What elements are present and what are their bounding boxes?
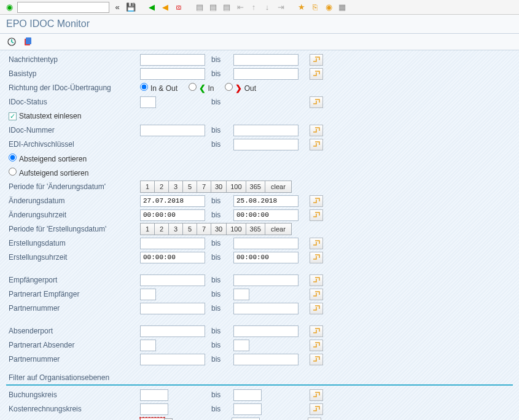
nachrichtentyp-from[interactable]	[140, 54, 205, 66]
idoc-status-multi[interactable]	[310, 96, 323, 108]
command-field[interactable]	[17, 2, 109, 13]
erstellungsuhrzeit-multi[interactable]	[310, 252, 323, 263]
erstellungsuhrzeit-from[interactable]	[140, 252, 205, 263]
radio-absteigend[interactable]: Absteigend sortieren	[6, 154, 87, 163]
aenderungsuhrzeit-from[interactable]	[140, 209, 205, 221]
werk-f4-icon[interactable]: ⌕	[164, 418, 173, 421]
back2-icon[interactable]: ◀	[146, 2, 157, 13]
kostenrechnungskreis-from[interactable]	[140, 403, 168, 415]
period-btn-1[interactable]: 1	[140, 181, 155, 193]
period-btn-30[interactable]: 30	[211, 181, 227, 193]
empfaengerport-multi[interactable]	[310, 274, 323, 286]
period-btn-7[interactable]: 7	[197, 181, 211, 193]
prevpage-icon[interactable]: ↑	[248, 2, 259, 13]
favorite-icon[interactable]: ★	[296, 2, 307, 13]
idoc-nummer-multi[interactable]	[310, 125, 323, 136]
empfaengerport-to[interactable]	[233, 274, 299, 286]
partnernummer1-from[interactable]	[140, 303, 205, 314]
lastpage-icon[interactable]: ⇥	[275, 2, 286, 13]
nachrichtentyp-to[interactable]	[233, 54, 299, 66]
radio-inout[interactable]: In & Out	[140, 83, 178, 93]
print-icon[interactable]: ▤	[194, 2, 205, 13]
save-icon[interactable]: 💾	[125, 2, 136, 13]
partnernummer2-to[interactable]	[233, 354, 299, 365]
help-icon[interactable]: ◉	[323, 2, 334, 13]
exit-icon[interactable]: ◀	[160, 2, 171, 13]
label-idoc-nummer: IDoc-Nummer	[6, 126, 140, 134]
partnerart-empf-to[interactable]	[233, 289, 249, 300]
basistyp-from[interactable]	[140, 68, 205, 80]
partnerart-abs-from[interactable]	[140, 340, 156, 351]
back-icon[interactable]: «	[112, 2, 123, 13]
session-icon[interactable]: ⎘	[310, 2, 321, 13]
partnerart-empf-from[interactable]	[140, 289, 156, 300]
aenderungsuhrzeit-to[interactable]	[233, 209, 299, 221]
werk-multi[interactable]	[308, 418, 321, 421]
period-btn-5[interactable]: 5	[182, 181, 197, 193]
period2-btn-3[interactable]: 3	[168, 223, 183, 235]
period2-btn-100[interactable]: 100	[226, 223, 246, 235]
period-btn-3[interactable]: 3	[168, 181, 183, 193]
find-icon[interactable]: ▤	[208, 2, 219, 13]
buchungskreis-to[interactable]	[233, 389, 262, 401]
aenderungsdatum-to[interactable]	[233, 195, 299, 207]
erstellungsdatum-to[interactable]	[233, 238, 299, 249]
kostenrechnungskreis-multi[interactable]	[310, 403, 323, 415]
basistyp-multi[interactable]	[310, 68, 323, 80]
erstellungsdatum-from[interactable]	[140, 238, 205, 249]
werk-from[interactable]	[140, 418, 165, 421]
buchungskreis-multi[interactable]	[310, 389, 323, 401]
period2-btn-1[interactable]: 1	[140, 223, 155, 235]
period-btn-100[interactable]: 100	[226, 181, 246, 193]
partnerart-abs-to[interactable]	[233, 340, 249, 351]
period2-btn-30[interactable]: 30	[211, 223, 227, 235]
radio-in[interactable]: ❮ In	[189, 83, 214, 93]
findnext-icon[interactable]: ▤	[221, 2, 232, 13]
edi-archiv-multi[interactable]	[310, 139, 323, 150]
period2-btn-7[interactable]: 7	[197, 223, 211, 235]
edi-archiv-to[interactable]	[233, 139, 299, 150]
period2-btn-clear[interactable]: clear	[265, 223, 292, 235]
period2-btn-5[interactable]: 5	[182, 223, 197, 235]
partnerart-empf-multi[interactable]	[310, 289, 323, 300]
buchungskreis-from[interactable]	[140, 389, 168, 401]
layout-icon[interactable]: ▦	[337, 2, 348, 13]
period2-btn-365[interactable]: 365	[246, 223, 265, 235]
idoc-nummer-to[interactable]	[233, 125, 299, 136]
firstpage-icon[interactable]: ⇤	[235, 2, 246, 13]
label-partnernummer1: Partnernummer	[6, 304, 140, 313]
aenderungsuhrzeit-multi[interactable]	[310, 209, 323, 221]
period-btn-365[interactable]: 365	[246, 181, 265, 193]
partnernummer2-from[interactable]	[140, 354, 205, 365]
aenderungsdatum-from[interactable]	[140, 195, 205, 207]
partnernummer1-multi[interactable]	[310, 303, 323, 314]
period-btn-clear[interactable]: clear	[265, 181, 292, 193]
partnerart-abs-multi[interactable]	[310, 340, 323, 351]
radio-out[interactable]: ❯ Out	[225, 83, 256, 93]
nachrichtentyp-multi[interactable]	[310, 54, 323, 66]
idoc-nummer-from[interactable]	[140, 125, 205, 136]
absenderport-from[interactable]	[140, 325, 205, 337]
accept-icon[interactable]: ◉	[4, 2, 15, 13]
erstellungsuhrzeit-to[interactable]	[233, 252, 299, 263]
werk-to[interactable]	[232, 418, 260, 421]
period-btn-2[interactable]: 2	[154, 181, 169, 193]
execute-icon[interactable]	[6, 36, 17, 47]
aenderungsdatum-multi[interactable]	[310, 195, 323, 207]
partnernummer2-multi[interactable]	[310, 354, 323, 365]
period2-btn-2[interactable]: 2	[154, 223, 169, 235]
kostenrechnungskreis-to[interactable]	[233, 403, 262, 415]
empfaengerport-from[interactable]	[140, 274, 205, 286]
absenderport-to[interactable]	[233, 325, 299, 337]
nextpage-icon[interactable]: ↓	[262, 2, 273, 13]
absenderport-multi[interactable]	[310, 325, 323, 337]
erstellungsdatum-multi[interactable]	[310, 238, 323, 249]
basistyp-to[interactable]	[233, 68, 299, 80]
variant-icon[interactable]	[22, 36, 33, 47]
cancel-icon[interactable]: ⦻	[173, 2, 184, 13]
checkbox-statustext[interactable]: ✓ Statustext einlesen	[6, 112, 81, 120]
idoc-status-from[interactable]	[140, 96, 156, 108]
label-empfaengerport: Empfängerport	[6, 276, 140, 284]
partnernummer1-to[interactable]	[233, 303, 299, 314]
radio-aufsteigend[interactable]: Aufsteigend sortieren	[6, 168, 88, 177]
